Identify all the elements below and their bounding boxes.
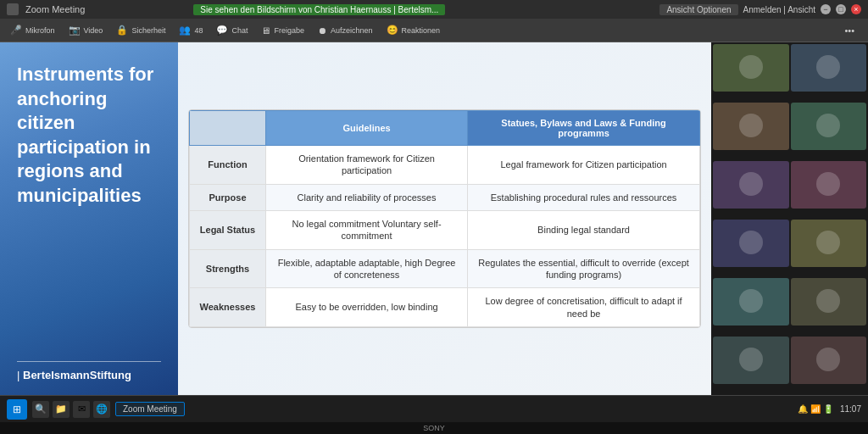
slide-brand: | BertelsmannStiftung xyxy=(17,361,161,381)
row-header-purpose: Purpose xyxy=(190,184,266,210)
more-button[interactable]: ••• xyxy=(844,25,858,36)
taskbar-right: 🔔 📶 🔋 11:07 xyxy=(798,404,861,414)
data-table: Guidelines Statues, Bylaws and Laws & Fu… xyxy=(189,110,700,327)
slide-left-panel: Instruments for anchoring citizen partic… xyxy=(0,42,178,395)
window-title: Zoom Meeting xyxy=(25,4,85,14)
brand-name: Bertelsmann xyxy=(23,369,90,381)
participant-tile-2[interactable] xyxy=(791,44,867,92)
table-row: StrengthsFlexible, adaptable adaptable, … xyxy=(190,249,700,288)
row-header-strengths: Strengths xyxy=(190,249,266,288)
row-header-legal status: Legal Status xyxy=(190,211,266,250)
taskbar-time: 11:07 xyxy=(840,404,861,414)
participant-tile-4[interactable] xyxy=(791,103,867,150)
video-button[interactable]: 📷 Video xyxy=(69,25,103,36)
participant-tile-1[interactable] xyxy=(713,44,789,92)
participant-avatar-9 xyxy=(739,289,763,313)
share-button[interactable]: 🖥 Freigabe xyxy=(261,25,304,36)
zoom-toolbar: 🎤 Mikrofon 📷 Video 🔒 Sicherheit 👥 48 💬 C… xyxy=(0,19,868,42)
presentation-slide: Instruments for anchoring citizen partic… xyxy=(0,42,711,395)
monitor: Zoom Meeting Sie sehen den Bildschirm vo… xyxy=(0,0,868,434)
cell-statutes-4: Low degree of concretisation, difficult … xyxy=(468,288,700,327)
participant-avatar-5 xyxy=(739,172,763,196)
participant-tile-5[interactable] xyxy=(713,161,789,209)
participant-tile-8[interactable] xyxy=(791,220,867,267)
participant-tile-10[interactable] xyxy=(791,278,867,326)
participant-tile-7[interactable] xyxy=(713,220,789,267)
taskbar-icons: 🔍 📁 ✉ 🌐 xyxy=(32,401,110,418)
controls-right: Anmelden | Ansicht xyxy=(743,5,815,14)
cell-guidelines-1: Clarity and reliability of processes xyxy=(266,184,468,210)
minimize-button[interactable]: − xyxy=(821,4,831,14)
participant-avatar-11 xyxy=(739,348,763,371)
table-row: PurposeClarity and reliability of proces… xyxy=(190,184,700,210)
brand-name-bold: Stiftung xyxy=(90,369,131,381)
taskbar-search[interactable]: 🔍 xyxy=(32,401,49,418)
taskbar-icons-right: 🔔 📶 🔋 xyxy=(798,404,833,414)
taskbar-file[interactable]: 📁 xyxy=(53,401,70,418)
cell-guidelines-0: Orientation framework for Citizen partic… xyxy=(266,146,468,185)
participant-tile-9[interactable] xyxy=(713,278,789,326)
mic-button[interactable]: 🎤 Mikrofon xyxy=(10,25,55,36)
start-button[interactable]: ⊞ xyxy=(7,399,27,420)
col-header-statutes: Statues, Bylaws and Laws & Funding progr… xyxy=(468,111,700,146)
cell-statutes-2: Binding legal standard xyxy=(468,211,700,250)
taskbar-zoom-app[interactable]: Zoom Meeting xyxy=(115,402,185,416)
cell-guidelines-4: Easy to be overridden, low binding xyxy=(266,288,468,327)
content-area: 🎤 Mikrofon 📷 Video 🔒 Sicherheit 👥 48 💬 C… xyxy=(0,19,868,395)
sharing-notification: Sie sehen den Bildschirm von Christian H… xyxy=(193,4,445,15)
participant-tile-12[interactable] xyxy=(791,337,867,384)
cell-statutes-0: Legal framework for Citizen participatio… xyxy=(468,146,700,185)
table-row: WeaknessesEasy to be overridden, low bin… xyxy=(190,288,700,327)
participants-button[interactable]: 👥 48 xyxy=(179,25,203,36)
participant-avatar-7 xyxy=(739,231,763,254)
slide-container: Instruments for anchoring citizen partic… xyxy=(0,42,868,395)
taskbar-browser[interactable]: 🌐 xyxy=(93,401,110,418)
participant-panel xyxy=(711,42,868,395)
participant-avatar-10 xyxy=(816,289,840,313)
participant-avatar-3 xyxy=(739,114,763,137)
app-icon xyxy=(7,3,19,15)
security-button[interactable]: 🔒 Sicherheit xyxy=(116,25,165,36)
participant-grid xyxy=(711,42,868,395)
taskbar-mail[interactable]: ✉ xyxy=(73,401,90,418)
taskbar: ⊞ 🔍 📁 ✉ 🌐 Zoom Meeting 🔔 📶 🔋 11:07 xyxy=(0,395,868,422)
main-view: 🎤 Mikrofon 📷 Video 🔒 Sicherheit 👥 48 💬 C… xyxy=(0,19,868,395)
cell-statutes-3: Regulates the essential, difficult to ov… xyxy=(468,249,700,288)
row-header-function: Function xyxy=(190,146,266,185)
participant-tile-3[interactable] xyxy=(713,103,789,150)
participant-tile-6[interactable] xyxy=(791,161,867,209)
row-header-weaknesses: Weaknesses xyxy=(190,288,266,327)
participant-avatar-6 xyxy=(816,172,840,196)
participant-tile-11[interactable] xyxy=(713,337,789,384)
table-row: FunctionOrientation framework for Citize… xyxy=(190,146,700,185)
cell-guidelines-2: No legal commitment Voluntary self-commi… xyxy=(266,211,468,250)
slide-main-title: Instruments for anchoring citizen partic… xyxy=(17,63,161,209)
participant-avatar-1 xyxy=(739,55,763,79)
chat-button[interactable]: 💬 Chat xyxy=(216,25,248,36)
participant-avatar-2 xyxy=(816,55,840,79)
participant-avatar-4 xyxy=(816,114,840,137)
window-controls: Ansicht Optionen Anmelden | Ansicht − □ … xyxy=(659,4,861,15)
slide-table-area: Guidelines Statues, Bylaws and Laws & Fu… xyxy=(178,42,711,395)
participant-avatar-12 xyxy=(816,348,840,371)
participant-avatar-8 xyxy=(816,231,840,254)
monitor-brand-label: SONY xyxy=(0,422,868,434)
col-header-empty xyxy=(190,111,266,146)
cell-guidelines-3: Flexible, adaptable adaptable, high Degr… xyxy=(266,249,468,288)
comparison-table: Guidelines Statues, Bylaws and Laws & Fu… xyxy=(188,109,701,328)
table-row: Legal StatusNo legal commitment Voluntar… xyxy=(190,211,700,250)
maximize-button[interactable]: □ xyxy=(836,4,846,14)
menu-options[interactable]: Ansicht Optionen xyxy=(659,4,737,15)
cell-statutes-1: Establishing procedural rules and ressou… xyxy=(468,184,700,210)
record-button[interactable]: ⏺ Aufzeichnen xyxy=(318,25,373,36)
col-header-guidelines: Guidelines xyxy=(266,111,468,146)
titlebar: Zoom Meeting Sie sehen den Bildschirm vo… xyxy=(0,0,868,19)
close-button[interactable]: × xyxy=(851,4,861,14)
reactions-button[interactable]: 😊 Reaktionen xyxy=(387,25,441,36)
